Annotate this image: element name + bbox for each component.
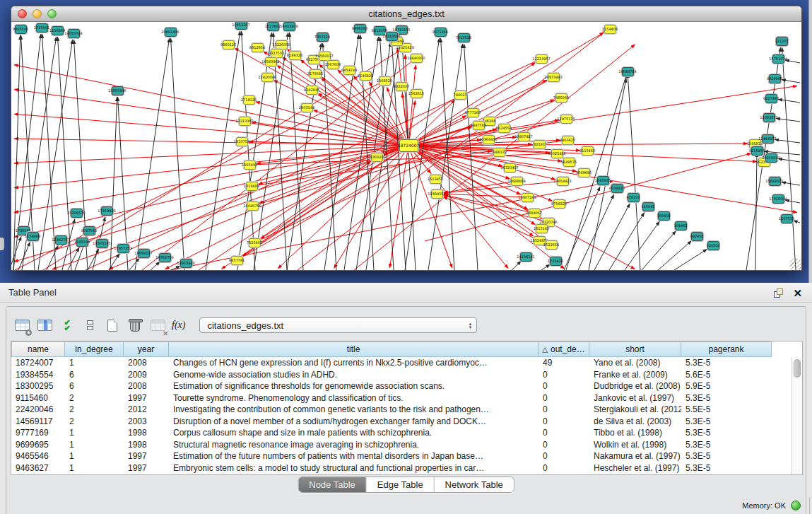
table-cell[interactable]: 0 <box>539 439 589 451</box>
table-cell[interactable]: 5.9E-5 <box>681 380 772 392</box>
graph-node[interactable]: 7625402 <box>249 238 261 247</box>
table-cell[interactable]: Tourette syndrome. Phenomenology and cla… <box>169 392 539 404</box>
table-cell[interactable]: Genome-wide association studies in ADHD. <box>169 369 539 381</box>
graph-node[interactable]: 1513455 <box>430 175 442 184</box>
table-cell[interactable]: Nakamura et al. (1997) <box>589 450 681 462</box>
delete-column-icon[interactable] <box>124 315 146 336</box>
graph-node[interactable]: 9756928 <box>553 199 565 209</box>
table-cell[interactable]: 1997 <box>124 462 169 474</box>
graph-node[interactable]: 916045 <box>642 202 654 211</box>
graph-node[interactable]: 2803144 <box>301 103 313 112</box>
graph-node[interactable]: 9227343 <box>765 94 777 103</box>
table-cell[interactable]: 2012 <box>124 404 169 416</box>
graph-node[interactable]: 111207 <box>776 37 788 46</box>
graph-node[interactable]: 7986372 <box>493 148 505 157</box>
function-builder-icon[interactable]: f(x) <box>172 320 185 331</box>
column-header-out_de[interactable]: △out_de… <box>539 341 589 357</box>
graph-node[interactable]: 9671368 <box>435 28 447 37</box>
table-cell[interactable]: 5.3E-5 <box>681 357 772 369</box>
graph-node[interactable]: 1568520 <box>379 76 391 86</box>
table-cell[interactable]: 1 <box>65 357 124 369</box>
table-cell[interactable]: 5.3E-5 <box>681 416 772 428</box>
table-cell[interactable]: Dudbridge et al. (2008) <box>589 380 681 392</box>
table-cell[interactable]: 9465546 <box>11 450 65 462</box>
graph-node[interactable]: 8938923 <box>611 184 623 193</box>
float-panel-icon[interactable] <box>774 288 783 298</box>
graph-node[interactable]: 12213957 <box>536 54 548 64</box>
graph-node[interactable]: 8912954 <box>252 43 264 52</box>
table-cell[interactable]: 49 <box>539 357 589 369</box>
table-cell[interactable]: Estimation of the future numbers of pati… <box>169 450 539 462</box>
table-cell[interactable]: Structural magnetic resonance image aver… <box>169 439 539 451</box>
close-panel-icon[interactable]: ✕ <box>793 288 802 298</box>
graph-node[interactable]: 1562615 <box>411 89 423 98</box>
table-row[interactable]: 1938455462009Genome-wide association stu… <box>11 369 772 381</box>
graph-node[interactable]: 1145194 <box>76 238 88 247</box>
graph-node[interactable]: 12923448 <box>180 259 192 268</box>
table-cell[interactable]: 5.3E-5 <box>681 427 772 439</box>
graph-node[interactable]: 924502 <box>707 241 719 250</box>
graph-node[interactable]: 9327503 <box>271 49 283 58</box>
graph-node[interactable]: 1154408 <box>604 25 616 34</box>
table-cell[interactable]: 0 <box>539 369 589 381</box>
graph-node[interactable]: 16046756 <box>247 201 259 211</box>
graph-node[interactable]: 8322037 <box>396 82 408 91</box>
table-cell[interactable]: Tibbo et al. (1998) <box>589 427 681 439</box>
graph-node[interactable]: 14055724 <box>68 29 80 38</box>
table-cell[interactable]: de Silva et al. (2003) <box>589 416 681 428</box>
graph-node[interactable]: 9649576 <box>563 158 575 167</box>
column-header-title[interactable]: title <box>169 341 539 357</box>
scrollbar-thumb[interactable] <box>794 359 801 378</box>
unselect-columns-icon[interactable] <box>78 315 101 336</box>
table-cell[interactable]: 2 <box>65 404 124 416</box>
table-cell[interactable]: 2 <box>65 416 124 428</box>
table-cell[interactable]: 18724007 <box>11 357 65 369</box>
table-cell[interactable]: 5.3E-5 <box>681 450 772 462</box>
table-cell[interactable]: Investigating the contribution of common… <box>169 404 539 416</box>
graph-node[interactable]: 9115460 <box>582 146 594 156</box>
graph-node[interactable]: 13505135 <box>96 239 108 248</box>
table-cell[interactable]: 9463627 <box>11 462 65 474</box>
table-row[interactable]: 969969511998Structural magnetic resonanc… <box>11 439 772 451</box>
table-cell[interactable]: 1997 <box>124 450 169 462</box>
graph-node[interactable]: 1615182 <box>536 224 548 233</box>
graph-node[interactable]: 1156869 <box>27 232 39 241</box>
table-row[interactable]: 946362711997Embryonic stem cells: a mode… <box>11 462 772 474</box>
graph-node[interactable]: 18907249 <box>522 193 534 202</box>
table-cell[interactable]: 9777169 <box>11 427 65 439</box>
graph-node[interactable]: 16958107 <box>138 249 150 258</box>
table-cell[interactable]: Corpus callosum shape and size in male p… <box>169 427 539 439</box>
table-cell[interactable]: Hescheler et al. (1997) <box>589 462 681 474</box>
column-header-short[interactable]: short <box>589 341 681 357</box>
column-header-pagerank[interactable]: pagerank <box>681 341 772 357</box>
table-cell[interactable]: 2009 <box>124 369 169 381</box>
table-cell[interactable]: 6 <box>65 369 124 381</box>
graph-node[interactable]: 16033809 <box>283 22 295 31</box>
graph-node[interactable]: 794023 <box>454 90 466 100</box>
table-row[interactable]: 1830029562008Estimation of significance … <box>11 380 772 392</box>
graph-node[interactable]: 9463627 <box>562 136 574 145</box>
graph-node[interactable]: 9242845 <box>306 86 318 95</box>
graph-node[interactable]: 8186328 <box>289 51 301 60</box>
table-row[interactable]: 911546021997Tourette syndrome. Phenomeno… <box>11 392 772 404</box>
graph-node[interactable]: 19218506 <box>386 32 398 41</box>
graph-node[interactable]: 9860125 <box>223 40 235 49</box>
graph-node[interactable]: 1840935 <box>597 176 609 185</box>
graph-node[interactable]: 15751074 <box>772 54 784 64</box>
table-cell[interactable]: 18300295 <box>11 380 65 392</box>
table-browser-icon[interactable] <box>11 315 33 336</box>
graph-node[interactable]: 2367608 <box>327 60 339 69</box>
graph-node[interactable]: 8454749 <box>343 66 355 75</box>
graph-node[interactable]: 17957253 <box>117 244 129 253</box>
panel-collapse-handle[interactable] <box>0 238 4 250</box>
table-cell[interactable]: 0 <box>539 380 589 392</box>
graph-node[interactable]: 25053346 <box>112 86 124 95</box>
graph-node[interactable]: 82160 <box>534 140 546 149</box>
table-cell[interactable]: 5.3E-5 <box>681 462 772 474</box>
graph-node[interactable]: 20691406 <box>165 28 177 37</box>
table-cell[interactable]: 22420046 <box>11 404 65 416</box>
graph-node[interactable]: 13226058 <box>276 40 288 49</box>
table-cell[interactable]: Franke et al. (2009) <box>589 369 681 381</box>
graph-node[interactable]: 1527602 <box>267 22 279 31</box>
graph-node[interactable]: 10025488 <box>551 149 563 158</box>
